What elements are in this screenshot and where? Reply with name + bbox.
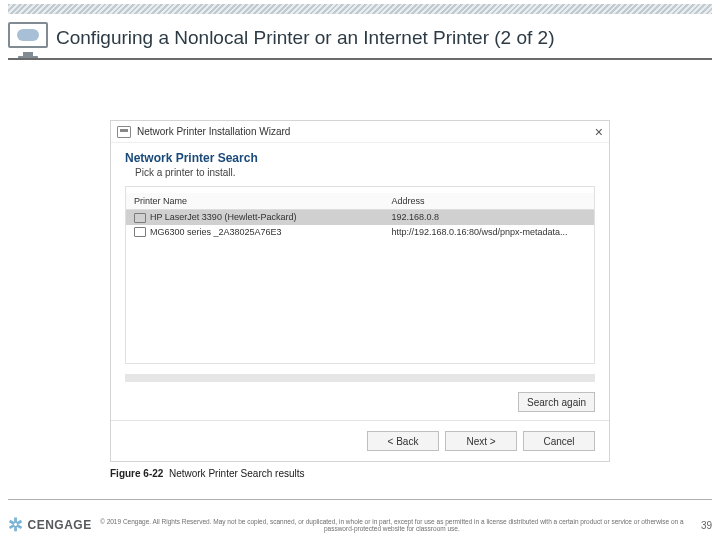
next-button[interactable]: Next > — [445, 431, 517, 451]
printer-address: http://192.168.0.16:80/wsd/pnpx-metadata… — [383, 225, 594, 240]
printer-table: Printer Name Address HP LaserJet 3390 (H… — [126, 193, 594, 363]
figure-caption: Figure 6-22 Network Printer Search resul… — [110, 468, 610, 479]
printer-name: MG6300 series _2A38025A76E3 — [150, 227, 282, 237]
column-header-address[interactable]: Address — [383, 193, 594, 210]
printer-wizard-dialog: Network Printer Installation Wizard × Ne… — [110, 120, 610, 462]
list-empty-space — [134, 241, 586, 361]
close-icon[interactable]: × — [587, 125, 603, 139]
dialog-body: Network Printer Search Pick a printer to… — [111, 143, 609, 364]
brand-text: CENGAGE — [28, 518, 92, 532]
back-button[interactable]: < Back — [367, 431, 439, 451]
cloud-monitor-icon — [8, 22, 48, 54]
cengage-logo: ✲ CENGAGE — [8, 518, 92, 532]
slide-title: Configuring a Nonlocal Printer or an Int… — [56, 27, 554, 49]
figure-area: Network Printer Installation Wizard × Ne… — [110, 120, 610, 479]
column-header-name[interactable]: Printer Name — [126, 193, 383, 210]
header-rule — [8, 58, 712, 60]
table-row[interactable]: MG6300 series _2A38025A76E3 http://192.1… — [126, 225, 594, 240]
dialog-heading: Network Printer Search — [125, 151, 595, 165]
printer-name: HP LaserJet 3390 (Hewlett-Packard) — [150, 212, 296, 222]
figure-label: Figure 6-22 — [110, 468, 163, 479]
printer-icon — [117, 126, 131, 138]
cancel-button[interactable]: Cancel — [523, 431, 595, 451]
printer-address: 192.168.0.8 — [383, 210, 594, 225]
slide-footer: ✲ CENGAGE © 2019 Cengage. All Rights Res… — [8, 518, 712, 532]
slide-number: 39 — [692, 520, 712, 531]
printer-row-icon — [134, 227, 146, 237]
copyright-text: © 2019 Cengage. All Rights Reserved. May… — [92, 518, 692, 532]
dialog-subheading: Pick a printer to install. — [135, 167, 595, 178]
search-again-button[interactable]: Search again — [518, 392, 595, 412]
dialog-titlebar: Network Printer Installation Wizard × — [111, 121, 609, 143]
figure-caption-text: Network Printer Search results — [169, 468, 305, 479]
footer-rule — [8, 499, 712, 500]
search-progress-bar — [125, 374, 595, 382]
printer-row-icon — [134, 213, 146, 223]
dialog-title: Network Printer Installation Wizard — [137, 126, 587, 137]
slide-header: Configuring a Nonlocal Printer or an Int… — [8, 22, 712, 54]
slide-top-stripe — [8, 4, 712, 14]
table-row[interactable]: HP LaserJet 3390 (Hewlett-Packard) 192.1… — [126, 210, 594, 225]
printer-list-box: Printer Name Address HP LaserJet 3390 (H… — [125, 186, 595, 364]
